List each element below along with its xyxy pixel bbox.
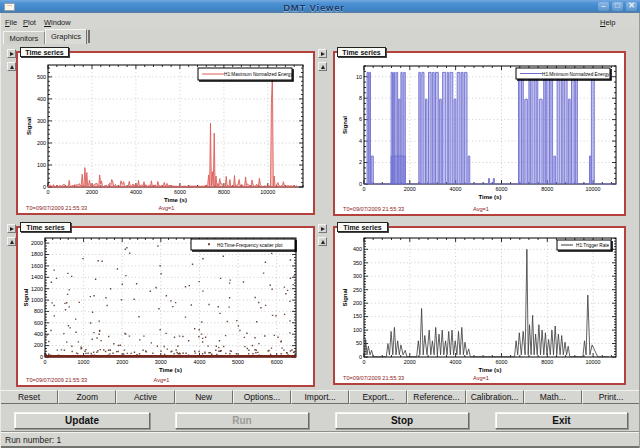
svg-text:Signal: Signal xyxy=(23,288,29,306)
svg-text:Time (s): Time (s) xyxy=(159,367,182,373)
svg-text:5000: 5000 xyxy=(232,359,244,365)
svg-text:100: 100 xyxy=(353,327,362,333)
svg-text:T0=09/07/2009 21:55:33: T0=09/07/2009 21:55:33 xyxy=(343,206,404,212)
svg-text:100: 100 xyxy=(37,162,46,168)
svg-text:4000: 4000 xyxy=(450,186,462,192)
svg-text:H1:Trigger Rate: H1:Trigger Rate xyxy=(576,243,610,248)
svg-text:2: 2 xyxy=(359,159,362,165)
svg-text:6000: 6000 xyxy=(271,359,283,365)
svg-text:0: 0 xyxy=(363,359,366,365)
svg-text:10000: 10000 xyxy=(586,186,601,192)
svg-text:8000: 8000 xyxy=(541,186,553,192)
svg-text:50: 50 xyxy=(356,340,362,346)
svg-text:600: 600 xyxy=(34,320,43,326)
svg-text:2000: 2000 xyxy=(31,240,43,246)
svg-text:400: 400 xyxy=(353,246,362,252)
svg-text:350: 350 xyxy=(353,260,362,266)
svg-text:10: 10 xyxy=(356,74,362,80)
svg-text:1800: 1800 xyxy=(31,251,43,257)
svg-text:2000: 2000 xyxy=(404,186,416,192)
svg-text:8000: 8000 xyxy=(218,189,230,195)
svg-text:200: 200 xyxy=(37,140,46,146)
svg-text:200: 200 xyxy=(353,300,362,306)
svg-text:H0:Time-Frequency scatter plot: H0:Time-Frequency scatter plot xyxy=(217,243,283,248)
svg-text:H1:Minimum Normalized Energy: H1:Minimum Normalized Energy xyxy=(542,72,610,77)
svg-text:0: 0 xyxy=(47,189,50,195)
svg-text:1200: 1200 xyxy=(31,286,43,292)
svg-text:4: 4 xyxy=(359,138,362,144)
svg-text:Avg=1: Avg=1 xyxy=(473,375,489,381)
svg-text:Signal: Signal xyxy=(342,288,348,306)
svg-text:Time (s): Time (s) xyxy=(479,194,502,200)
svg-text:2000: 2000 xyxy=(86,189,98,195)
svg-text:2000: 2000 xyxy=(404,359,416,365)
svg-text:0: 0 xyxy=(40,354,43,360)
svg-text:500: 500 xyxy=(37,74,46,80)
svg-text:1000: 1000 xyxy=(78,359,90,365)
svg-text:10000: 10000 xyxy=(586,359,601,365)
svg-text:8000: 8000 xyxy=(541,359,553,365)
svg-text:T0=09/07/2009 21:55:33: T0=09/07/2009 21:55:33 xyxy=(26,377,87,383)
svg-text:6000: 6000 xyxy=(496,359,508,365)
svg-text:6000: 6000 xyxy=(174,189,186,195)
svg-text:300: 300 xyxy=(37,118,46,124)
svg-text:4000: 4000 xyxy=(450,359,462,365)
svg-text:Signal: Signal xyxy=(342,116,348,134)
svg-text:400: 400 xyxy=(34,331,43,337)
svg-text:Avg=1: Avg=1 xyxy=(154,377,170,383)
svg-text:Signal: Signal xyxy=(26,117,32,135)
svg-text:0: 0 xyxy=(359,354,362,360)
svg-text:10000: 10000 xyxy=(260,189,275,195)
svg-text:200: 200 xyxy=(34,342,43,348)
svg-text:Avg=1: Avg=1 xyxy=(473,206,489,212)
svg-text:800: 800 xyxy=(34,308,43,314)
svg-text:4000: 4000 xyxy=(130,189,142,195)
svg-text:1400: 1400 xyxy=(31,274,43,280)
svg-text:T0=09/07/2009 21:55:33: T0=09/07/2009 21:55:33 xyxy=(26,205,87,211)
svg-text:T0=09/07/2009 21:55:33: T0=09/07/2009 21:55:33 xyxy=(343,375,404,381)
svg-text:6000: 6000 xyxy=(496,186,508,192)
svg-text:1600: 1600 xyxy=(31,263,43,269)
svg-text:0: 0 xyxy=(363,186,366,192)
svg-text:0: 0 xyxy=(43,184,46,190)
svg-text:3000: 3000 xyxy=(155,359,167,365)
svg-text:H1:Maximum Normalized Energy: H1:Maximum Normalized Energy xyxy=(224,72,293,77)
svg-text:Time (s): Time (s) xyxy=(164,197,187,203)
svg-text:0: 0 xyxy=(359,181,362,187)
svg-text:1000: 1000 xyxy=(31,297,43,303)
svg-text:Avg=1: Avg=1 xyxy=(159,205,175,211)
svg-text:400: 400 xyxy=(37,96,46,102)
svg-text:2000: 2000 xyxy=(116,359,128,365)
svg-text:Time (s): Time (s) xyxy=(479,367,502,373)
svg-text:300: 300 xyxy=(353,273,362,279)
svg-text:250: 250 xyxy=(353,287,362,293)
svg-text:8: 8 xyxy=(359,95,362,101)
svg-text:4000: 4000 xyxy=(194,359,206,365)
svg-text:0: 0 xyxy=(44,359,47,365)
svg-text:6: 6 xyxy=(359,116,362,122)
svg-text:150: 150 xyxy=(353,313,362,319)
